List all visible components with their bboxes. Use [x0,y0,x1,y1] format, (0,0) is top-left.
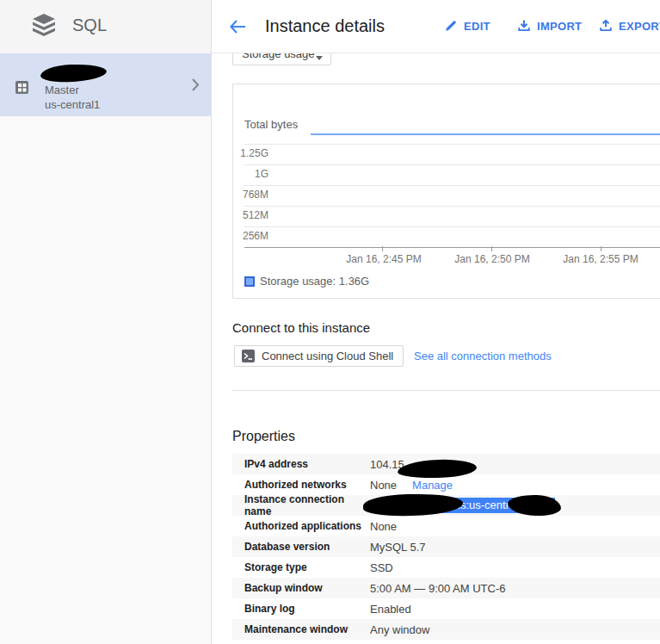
table-row-storage-type: Storage type SSD [232,557,660,578]
connect-cloud-shell-label: Connect using Cloud Shell [262,350,393,362]
y-tick-label: 768M [233,189,268,201]
see-connection-methods-link[interactable]: See all connection methods [414,350,552,362]
table-row-authorized-applications: Authorized applications None [232,516,660,536]
connect-cloud-shell-button[interactable]: Connect using Cloud Shell [234,345,404,367]
gridline [244,206,660,207]
row-label: Database version [232,541,370,553]
import-button-label: IMPORT [537,20,582,33]
gridline [244,185,660,186]
x-axis-line [244,247,660,248]
table-row-maintenance-window: Maintenance window Any window [232,619,660,640]
row-value: SSD [370,561,393,574]
chart-data-line [311,133,660,135]
table-row-binary-log: Binary log Enabled [232,598,660,619]
x-tick-mark [491,246,492,251]
sidebar-header: SQL [0,0,211,53]
sidebar-instance-item[interactable]: Master us-central1 [0,53,211,116]
chevron-right-icon[interactable] [191,77,200,96]
product-title: SQL [72,15,107,35]
page-header: Instance details EDIT IMPORT EXPORT [212,0,660,53]
gridline [244,226,660,227]
row-value: 104.15 [370,458,525,471]
pencil-icon [444,19,458,33]
row-label: Authorized networks [232,479,370,491]
y-tick-label: 512M [233,209,268,221]
metric-select-value: Storage usage [242,53,315,60]
y-tick-label: 256M [233,230,268,242]
table-row-database-version: Database version MySQL 5.7 [232,536,660,557]
gridline [244,144,660,145]
import-button[interactable]: IMPORT [517,19,582,33]
row-label: IPv4 address [232,458,370,470]
legend-label: Storage usage: 1.36G [260,275,369,288]
row-value: None [370,520,397,533]
properties-heading: Properties [232,429,295,444]
row-label: Authorized applications [232,520,370,532]
page-title: Instance details [265,16,385,36]
row-value: None Manage [370,479,453,492]
instance-grid-icon [15,81,28,97]
section-divider [232,390,660,391]
row-value: Enabled [370,603,411,616]
table-row-ipv4: IPv4 address 104.15 [232,454,660,474]
row-label: Storage type [232,561,370,573]
manage-link[interactable]: Manage [412,479,453,492]
row-value: MySQL 5.7 [370,541,426,554]
instance-name-redaction [40,64,108,84]
edit-button-label: EDIT [464,20,490,33]
export-button-label: EXPORT [619,20,660,33]
x-tick-label: Jan 16, 2:45 PM [332,253,435,265]
y-tick-label: 1.25G [233,147,268,159]
back-arrow-icon[interactable] [227,16,248,40]
edit-button[interactable]: EDIT [444,19,490,33]
export-icon [599,19,613,33]
chart-legend: Storage usage: 1.36G [244,275,369,288]
x-tick-label: Jan 16, 2:50 PM [441,253,544,265]
row-label: Backup window [232,582,370,594]
metric-select[interactable]: Storage usage [232,53,331,65]
row-label: Binary log [232,603,370,615]
row-value: Any window [370,623,429,636]
row-label: Instance connection name [232,493,370,517]
storage-usage-chart: Total bytes 1.25G 1G 768M 512M 256M Jan … [232,84,660,299]
table-row-backup-window: Backup window 5:00 AM — 9:00 AM UTC-6 [232,578,660,598]
sidebar: SQL Master us-central1 [0,0,212,644]
export-button[interactable]: EXPORT [599,19,660,33]
gridline [244,164,660,165]
dropdown-caret-icon [316,56,323,60]
connection-name-value: ls:us-central1 [370,495,611,516]
import-icon [517,19,531,33]
instance-region-label: us-central1 [45,98,100,111]
x-tick-mark [382,246,383,251]
row-value: ls:us-central1 [370,495,611,516]
properties-table: IPv4 address 104.15 Authorized networks … [232,454,660,640]
cloud-sql-logo-icon [33,14,55,43]
row-label: Maintenance window [232,623,370,635]
x-tick-label: Jan 16, 2:55 PM [549,253,652,265]
table-row-authorized-networks: Authorized networks None Manage [232,474,660,495]
chart-y-axis-title: Total bytes [244,118,298,131]
legend-swatch-icon [244,276,255,287]
row-value: 5:00 AM — 9:00 AM UTC-6 [370,582,506,595]
table-row-connection-name: Instance connection name ls:us-central1 [232,495,660,516]
y-tick-label: 1G [233,168,268,180]
cloud-shell-terminal-icon [242,350,255,362]
instance-role-label: Master [45,84,79,96]
main-content: Storage usage Total bytes 1.25G 1G 768M … [212,53,660,644]
x-tick-mark [601,246,601,251]
connect-section-heading: Connect to this instance [232,320,370,335]
